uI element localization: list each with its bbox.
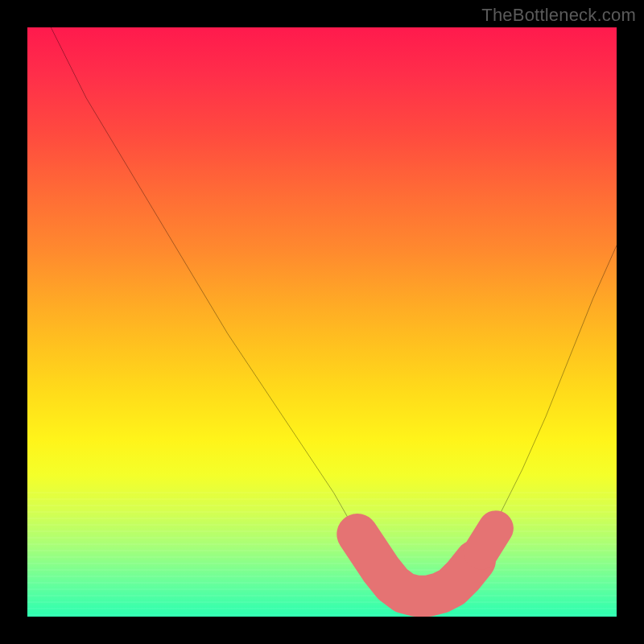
curve-highlight-right bbox=[481, 528, 496, 551]
curve-highlight-min bbox=[357, 535, 475, 597]
plot-area bbox=[27, 27, 617, 617]
bottleneck-curve-svg bbox=[27, 27, 617, 617]
bottleneck-curve bbox=[51, 27, 617, 596]
watermark-text: TheBottleneck.com bbox=[481, 5, 636, 26]
chart-frame: TheBottleneck.com bbox=[0, 0, 644, 644]
